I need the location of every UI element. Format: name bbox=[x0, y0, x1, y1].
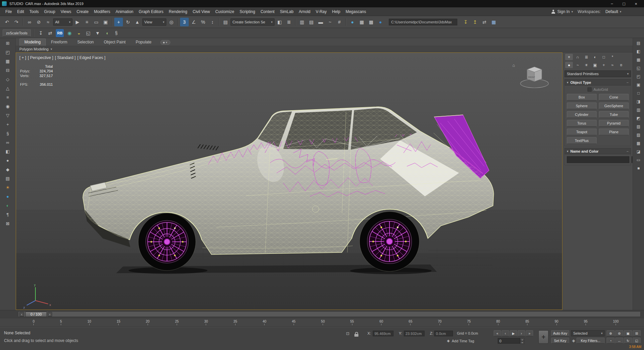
render-teapot-icon[interactable]: ◖ bbox=[103, 29, 111, 37]
save-tool-icon[interactable]: ↧ bbox=[36, 29, 45, 37]
animation-menu[interactable]: Animation bbox=[113, 9, 136, 14]
helpers-category[interactable]: + bbox=[600, 62, 608, 68]
left-tool-icon-3[interactable]: ▦ bbox=[4, 57, 12, 65]
time-slider-handle[interactable]: 0 / 100 bbox=[25, 312, 47, 317]
side-tool-icon-9[interactable]: ▥ bbox=[635, 107, 642, 113]
side-tool-icon-13[interactable]: ▩ bbox=[635, 140, 642, 146]
selection-tab[interactable]: Selection bbox=[72, 39, 98, 46]
side-tool-icon-1[interactable]: ▤ bbox=[635, 40, 642, 46]
utilities-tab[interactable]: * bbox=[609, 54, 616, 60]
next-frame-button[interactable]: › bbox=[518, 330, 525, 336]
material-editor-icon[interactable]: ● bbox=[348, 18, 357, 26]
select-by-name-icon[interactable]: ≡ bbox=[83, 18, 91, 26]
tools-menu[interactable]: Tools bbox=[27, 9, 41, 14]
left-tool-icon-5[interactable]: ◇ bbox=[4, 75, 12, 83]
polygon-modeling-panel[interactable]: Polygon Modeling bbox=[19, 47, 48, 51]
box-button[interactable]: Box bbox=[567, 94, 597, 101]
x-coordinate-field[interactable] bbox=[373, 331, 393, 336]
script-listener-icon[interactable]: § bbox=[112, 29, 121, 37]
help-tool-icon[interactable]: ▦ bbox=[489, 18, 498, 26]
pyramid-button[interactable]: Pyramid bbox=[599, 120, 629, 127]
left-tool-icon-15[interactable]: ◆ bbox=[4, 166, 12, 173]
track-bar[interactable]: 0510152025303540455055606570758085909510… bbox=[0, 318, 644, 327]
z-coordinate-field[interactable] bbox=[434, 331, 453, 336]
key-filters-button[interactable]: Key Filters... bbox=[577, 338, 605, 344]
side-tool-icon-12[interactable]: ▨ bbox=[635, 132, 642, 138]
ribbon-display-toggle[interactable]: ▾ bbox=[160, 40, 170, 45]
pivot-tool-icon[interactable]: ◱ bbox=[84, 29, 93, 37]
display-tab[interactable]: □ bbox=[600, 54, 608, 60]
import-tool-icon[interactable]: ↧ bbox=[461, 18, 470, 26]
orbit-icon[interactable]: ↻ bbox=[624, 338, 632, 344]
relink-bitmaps-icon[interactable]: ◉ bbox=[65, 29, 74, 37]
left-tool-icon-2[interactable]: ◰ bbox=[4, 48, 12, 56]
undo-icon[interactable]: ↶ bbox=[3, 18, 11, 26]
previous-frame-arrow[interactable]: ‹ bbox=[19, 312, 24, 317]
graph-editors-menu[interactable]: Graph Editors bbox=[136, 9, 166, 14]
viewport-style-menu[interactable]: [ Edged Faces ] bbox=[77, 55, 105, 60]
side-tool-icon-8[interactable]: ◨ bbox=[635, 99, 642, 105]
fov-icon[interactable]: ◔ bbox=[607, 338, 615, 344]
zsscaletools-button[interactable]: zsScaleTools bbox=[3, 29, 31, 37]
viewport-shading-menu[interactable]: [ Standard ] bbox=[55, 55, 75, 60]
civil-view-menu[interactable]: Civil View bbox=[190, 9, 213, 14]
left-tool-icon-17[interactable]: ☀ bbox=[4, 184, 12, 191]
zoom-all-icon[interactable]: ⊜ bbox=[615, 330, 623, 336]
left-tool-icon-13[interactable]: ◧ bbox=[4, 148, 12, 155]
left-tool-icon-11[interactable]: § bbox=[4, 130, 12, 137]
collapse-tool-icon[interactable]: ▼ bbox=[93, 29, 102, 37]
customize-menu[interactable]: Customize bbox=[213, 9, 237, 14]
populate-tab[interactable]: Populate bbox=[131, 39, 156, 46]
rear-wheel[interactable] bbox=[360, 212, 420, 272]
maximize-button[interactable]: □ bbox=[618, 0, 630, 7]
primitive-category-dropdown[interactable]: Standard Primitives ▾ bbox=[565, 70, 631, 77]
mirror-icon[interactable]: ◧ bbox=[275, 18, 284, 26]
unlink-selection-icon[interactable]: ⊘ bbox=[34, 18, 43, 26]
side-tool-icon-14[interactable]: ◪ bbox=[635, 149, 642, 155]
cameras-category[interactable]: ▣ bbox=[591, 62, 599, 68]
auto-key-button[interactable]: Auto Key bbox=[551, 330, 569, 336]
v-ray-menu[interactable]: V-Ray bbox=[313, 9, 329, 14]
select-object-icon[interactable]: ▶ bbox=[73, 18, 82, 26]
reference-coordinate-dropdown[interactable]: View▾ bbox=[142, 18, 166, 26]
frame-down-arrow[interactable]: ▾ bbox=[520, 341, 524, 344]
go-to-start-button[interactable]: « bbox=[494, 330, 501, 336]
toggle-ribbon-icon[interactable]: ▬ bbox=[316, 18, 325, 26]
left-tool-icon-14[interactable]: ● bbox=[4, 157, 12, 164]
freeform-tab[interactable]: Freeform bbox=[46, 39, 72, 46]
project-path-input[interactable] bbox=[389, 19, 457, 25]
left-tool-icon-16[interactable]: ▤ bbox=[4, 175, 12, 182]
geometry-category[interactable]: ● bbox=[565, 62, 573, 68]
file-menu[interactable]: File bbox=[3, 9, 14, 14]
cone-button[interactable]: Cone bbox=[599, 94, 629, 101]
transform-gizmo-toggle-icon[interactable]: ⊡ bbox=[345, 331, 351, 336]
zoom-extents-icon[interactable]: ▣ bbox=[624, 330, 632, 336]
render-production-icon[interactable]: ● bbox=[376, 18, 385, 26]
frame-up-arrow[interactable]: ▴ bbox=[520, 338, 524, 341]
left-tool-icon-1[interactable]: ⊞ bbox=[4, 39, 12, 47]
front-wheel[interactable] bbox=[138, 213, 196, 271]
render-setup-icon[interactable]: ▦ bbox=[357, 18, 366, 26]
sign-in-button[interactable]: Sign In ▾ bbox=[551, 9, 573, 14]
arnold-menu[interactable]: Arnold bbox=[296, 9, 313, 14]
rendering-menu[interactable]: Rendering bbox=[166, 9, 190, 14]
name-color-rollout-header[interactable]: ▾ Name and Color − bbox=[565, 148, 631, 154]
viewport-general-menu[interactable]: [ + ] bbox=[19, 55, 26, 60]
redo-icon[interactable]: ↷ bbox=[12, 18, 21, 26]
zoom-icon[interactable]: ⊕ bbox=[607, 330, 615, 336]
rendered-frame-window-icon[interactable]: ▩ bbox=[367, 18, 375, 26]
modify-tab[interactable]: ∩ bbox=[574, 54, 582, 60]
viewport-pov-menu[interactable]: [ Perspective ] bbox=[28, 55, 53, 60]
spinner-snap-icon[interactable]: ↕ bbox=[208, 18, 217, 26]
select-and-rotate-icon[interactable]: ↻ bbox=[124, 18, 132, 26]
zoom-region-icon[interactable]: ⊞ bbox=[633, 330, 641, 336]
group-menu[interactable]: Group bbox=[41, 9, 58, 14]
left-tool-icon-20[interactable]: ¶ bbox=[4, 211, 12, 218]
perspective-viewport[interactable]: ⌂ FRONT x y z [ + ][ Perspective ][ Stan… bbox=[16, 52, 562, 310]
left-tool-icon-21[interactable]: ⊠ bbox=[4, 220, 12, 227]
left-tool-icon-7[interactable]: ≡ bbox=[4, 94, 12, 101]
use-pivot-point-center-icon[interactable]: ◎ bbox=[167, 18, 176, 26]
side-tool-icon-2[interactable]: ◧ bbox=[635, 48, 642, 54]
maximize-viewport-icon[interactable]: ◱ bbox=[633, 338, 641, 344]
torus-button[interactable]: Torus bbox=[567, 120, 597, 127]
